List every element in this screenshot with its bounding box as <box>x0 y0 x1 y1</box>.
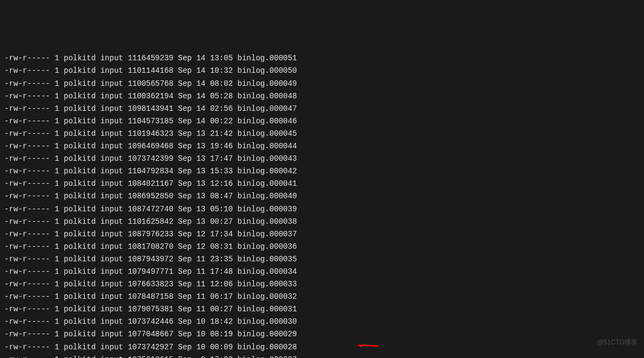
file-time: 23:35 <box>210 255 233 263</box>
file-permissions: -rw-r----- <box>4 142 50 150</box>
file-link-count: 1 <box>54 292 59 301</box>
file-owner: polkitd <box>64 317 96 326</box>
file-owner: polkitd <box>64 343 96 351</box>
file-name: binlog.000050 <box>238 66 297 75</box>
file-day: 10 <box>196 343 206 351</box>
file-day: 11 <box>196 255 206 263</box>
file-month: Sep <box>178 217 191 226</box>
file-name: binlog.000037 <box>238 230 297 238</box>
file-listing-row: -rw-r----- 1 polkitd input 1104792834 Se… <box>4 165 640 178</box>
file-link-count: 1 <box>54 317 59 326</box>
file-day: 13 <box>196 205 206 213</box>
file-month: Sep <box>178 317 191 326</box>
file-group: input <box>100 117 123 125</box>
file-listing-row: -rw-r----- 1 polkitd input 1087472740 Se… <box>4 203 640 216</box>
file-owner: polkitd <box>64 242 96 251</box>
file-listing-row: -rw-r----- 1 polkitd input 1116459239 Se… <box>4 52 640 65</box>
file-name: binlog.000027 <box>238 355 297 358</box>
file-day: 12 <box>196 230 206 238</box>
file-time: 08:31 <box>210 242 233 251</box>
file-time: 17:48 <box>210 267 233 276</box>
file-listing-row: -rw-r----- 1 polkitd input 1101946323 Se… <box>4 128 640 140</box>
file-group: input <box>100 305 123 313</box>
file-owner: polkitd <box>64 230 96 238</box>
file-link-count: 1 <box>54 66 59 75</box>
file-time: 08:47 <box>210 192 233 200</box>
file-listing-row: -rw-r----- 1 polkitd input 1076633823 Se… <box>4 278 640 291</box>
file-month: Sep <box>178 167 191 175</box>
file-listing-row: -rw-r----- 1 polkitd input 1087943972 Se… <box>4 253 640 266</box>
file-listing-row: -rw-r----- 1 polkitd input 1104573185 Se… <box>4 115 640 128</box>
file-permissions: -rw-r----- <box>4 66 50 75</box>
file-owner: polkitd <box>64 54 96 62</box>
file-link-count: 1 <box>54 205 59 213</box>
file-size: 1073742399 <box>128 154 174 163</box>
file-name: binlog.000044 <box>238 142 297 150</box>
file-group: input <box>100 230 123 238</box>
file-group: input <box>100 167 123 175</box>
file-name: binlog.000030 <box>238 317 297 326</box>
file-time: 17:03 <box>210 355 233 358</box>
file-time: 19:46 <box>210 142 233 150</box>
file-permissions: -rw-r----- <box>4 104 50 113</box>
file-permissions: -rw-r----- <box>4 292 50 301</box>
file-month: Sep <box>178 330 191 338</box>
file-size: 1078487158 <box>128 292 174 301</box>
file-name: binlog.000049 <box>238 79 297 88</box>
file-link-count: 1 <box>54 104 59 113</box>
file-size: 1073742927 <box>128 343 174 351</box>
file-owner: polkitd <box>64 167 96 175</box>
file-size: 1104573185 <box>128 117 174 125</box>
file-owner: polkitd <box>64 330 96 338</box>
file-name: binlog.000039 <box>238 205 297 213</box>
file-time: 12:06 <box>210 280 233 288</box>
file-name: binlog.000045 <box>238 129 297 138</box>
file-owner: polkitd <box>64 142 96 150</box>
file-day: 14 <box>196 79 206 88</box>
file-listing-row: -rw-r----- 1 polkitd input 1081708270 Se… <box>4 241 640 253</box>
file-group: input <box>100 267 123 276</box>
file-time: 12:16 <box>210 179 233 188</box>
file-link-count: 1 <box>54 267 59 276</box>
file-month: Sep <box>178 255 191 263</box>
file-name: binlog.000042 <box>238 167 297 175</box>
file-month: Sep <box>178 192 191 200</box>
file-size: 1087976233 <box>128 230 174 238</box>
file-link-count: 1 <box>54 129 59 138</box>
file-size: 1073742446 <box>128 317 174 326</box>
file-link-count: 1 <box>54 255 59 263</box>
file-listing-row: -rw-r----- 1 polkitd input 1086952850 Se… <box>4 190 640 203</box>
file-size: 1101946323 <box>128 129 174 138</box>
file-owner: polkitd <box>64 280 96 288</box>
file-day: 9 <box>196 355 206 358</box>
file-time: 06:17 <box>210 292 233 301</box>
file-owner: polkitd <box>64 255 96 263</box>
file-permissions: -rw-r----- <box>4 267 50 276</box>
file-month: Sep <box>178 242 191 251</box>
file-listing-row: -rw-r----- 1 polkitd input 1073742446 Se… <box>4 316 640 328</box>
file-group: input <box>100 205 123 213</box>
file-permissions: -rw-r----- <box>4 192 50 200</box>
file-owner: polkitd <box>64 79 96 88</box>
file-listing-row: -rw-r----- 1 polkitd input 1098143941 Se… <box>4 103 640 115</box>
file-permissions: -rw-r----- <box>4 355 50 358</box>
file-time: 15:33 <box>210 167 233 175</box>
file-listing-row: -rw-r----- 1 polkitd input 1075913615 Se… <box>4 354 640 358</box>
file-group: input <box>100 179 123 188</box>
terminal-output: -rw-r----- 1 polkitd input 1116459239 Se… <box>4 52 640 358</box>
file-permissions: -rw-r----- <box>4 343 50 351</box>
file-time: 18:42 <box>210 317 233 326</box>
file-time: 08:02 <box>210 79 233 88</box>
file-group: input <box>100 317 123 326</box>
file-group: input <box>100 104 123 113</box>
file-day: 14 <box>196 92 206 101</box>
file-day: 13 <box>196 142 206 150</box>
file-size: 1075913615 <box>128 355 174 358</box>
file-link-count: 1 <box>54 242 59 251</box>
file-time: 17:47 <box>210 154 233 163</box>
file-time: 00:09 <box>210 343 233 351</box>
file-time: 21:42 <box>210 129 233 138</box>
file-owner: polkitd <box>64 205 96 213</box>
file-group: input <box>100 129 123 138</box>
file-day: 14 <box>196 66 206 75</box>
